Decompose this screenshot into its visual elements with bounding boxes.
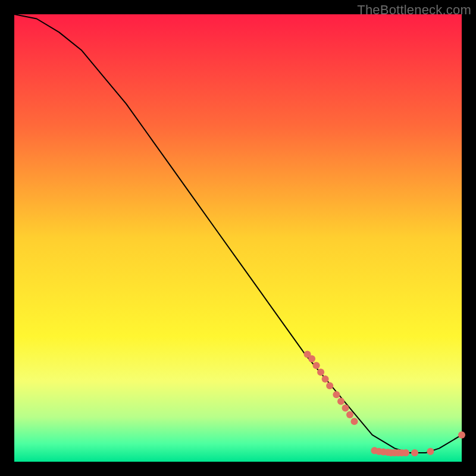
data-marker [322,375,329,383]
data-marker [402,449,409,456]
chart-root: TheBottleneck.com [0,0,476,476]
data-marker [326,382,333,389]
data-marker [346,411,353,418]
chart-canvas [0,0,476,476]
data-marker [317,369,324,376]
watermark-text: TheBottleneck.com [357,2,471,18]
data-marker [333,391,340,398]
data-marker [351,418,358,425]
data-marker [342,405,349,412]
data-marker [313,362,320,369]
plot-background [14,14,462,462]
data-marker [458,431,465,439]
data-marker [308,355,315,362]
data-marker [337,398,345,405]
data-marker [427,448,434,455]
data-marker [411,449,418,456]
